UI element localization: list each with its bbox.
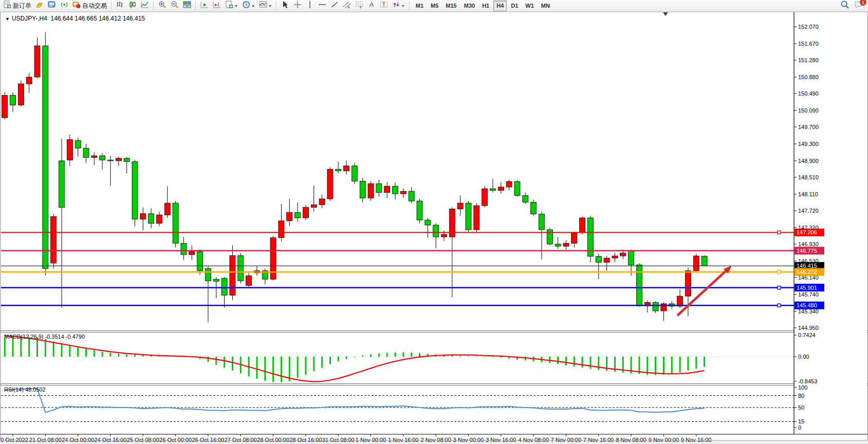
candle-body <box>238 255 244 281</box>
tab-m15[interactable]: M15 <box>442 1 459 11</box>
horizontal-line-icon <box>318 1 326 11</box>
text-label-button[interactable]: T <box>378 1 390 11</box>
chevron-down-icon: ▼ <box>234 4 238 8</box>
toolbar-separator <box>409 1 410 10</box>
line-chart-icon <box>141 1 149 11</box>
macd-bar <box>45 339 46 357</box>
tab-mn[interactable]: MN <box>538 1 553 11</box>
price-tag-label: 147.206 <box>797 229 817 235</box>
macd-bar <box>207 357 209 362</box>
candle-body <box>677 296 683 306</box>
autotrading-button[interactable]: 自动交易 <box>71 1 108 11</box>
macd-bar <box>329 357 331 364</box>
candle-body <box>433 225 439 237</box>
price-tick-label: 145.740 <box>798 291 819 298</box>
level-handle[interactable] <box>778 304 781 307</box>
rsi-tick-label: 50 <box>798 404 804 411</box>
price-tick-label: 148.110 <box>798 191 818 197</box>
candle-body <box>474 206 479 230</box>
macd-bar <box>53 342 54 357</box>
chart-shift-button[interactable] <box>211 1 223 11</box>
macd-bar <box>492 357 494 357</box>
tab-w1[interactable]: W1 <box>522 1 537 11</box>
channel-button[interactable]: E <box>341 1 353 11</box>
zoom-in-button[interactable] <box>157 1 168 11</box>
rsi-tick-label: 0 <box>798 424 801 431</box>
tab-h4[interactable]: H4 <box>493 1 507 11</box>
trendline-button[interactable] <box>329 1 340 11</box>
periods-button[interactable]: ▼ <box>241 1 256 11</box>
autotrading-icon <box>72 1 81 11</box>
text-button[interactable]: A <box>366 1 377 11</box>
candle-body <box>197 252 203 271</box>
tab-h1[interactable]: H1 <box>479 1 492 11</box>
arrows-button[interactable]: ▼ <box>391 1 407 11</box>
candle-body <box>701 256 707 266</box>
auto-scroll-button[interactable] <box>199 1 210 11</box>
candlestick-chart-button[interactable] <box>127 1 138 11</box>
svg-text:T: T <box>382 2 385 8</box>
time-tick-label: 28 Oct 16:00 <box>289 437 322 443</box>
tab-m1[interactable]: M1 <box>413 1 427 11</box>
auto-scroll-icon <box>200 1 209 11</box>
vertical-line-button[interactable] <box>304 1 316 11</box>
mt4-window: 新订单 自动交易 ▼ ▼ ▼ E F A T ▼ M1 <box>0 0 868 444</box>
horizontal-line-button[interactable] <box>317 1 328 11</box>
zoom-out-button[interactable] <box>169 1 180 11</box>
candle-body <box>620 253 626 256</box>
candle-body <box>34 46 40 77</box>
candle-body <box>43 46 48 269</box>
macd-bar <box>20 337 22 357</box>
macd-bar <box>419 353 420 357</box>
time-tick-label: 9 Nov 16:00 <box>681 437 711 443</box>
macd-bar <box>85 348 87 357</box>
candle-body <box>604 258 610 262</box>
candle-body <box>149 214 154 224</box>
tab-m5[interactable]: M5 <box>428 1 441 11</box>
chevron-down-icon: ▼ <box>251 4 255 8</box>
indicators-button[interactable]: ▼ <box>257 1 273 11</box>
crosshair-button[interactable] <box>292 1 303 11</box>
new-chart-button[interactable]: ▼ <box>224 1 239 11</box>
level-handle[interactable] <box>778 231 781 234</box>
candle-body <box>629 251 634 265</box>
macd-bar <box>142 355 144 357</box>
candle-body <box>612 256 618 258</box>
notifications-button[interactable]: 1 <box>852 1 864 11</box>
market-watch-button[interactable] <box>34 1 45 11</box>
candle-body <box>490 189 496 190</box>
search-button[interactable] <box>839 1 851 11</box>
macd-bar <box>378 354 380 357</box>
macd-bar <box>704 357 705 367</box>
candle-body <box>360 181 365 198</box>
tab-d1[interactable]: D1 <box>508 1 521 11</box>
macd-bar <box>305 357 306 375</box>
candle-body <box>393 186 398 194</box>
macd-tick-label: 0.00 <box>798 354 809 360</box>
line-chart-button[interactable] <box>139 1 151 11</box>
fibonacci-button[interactable]: F <box>354 1 365 11</box>
level-handle[interactable] <box>778 270 781 273</box>
clock-icon <box>242 1 250 11</box>
chart-canvas[interactable]: 152.070151.670151.280150.880150.490150.0… <box>0 12 868 444</box>
cursor-button[interactable] <box>280 1 291 11</box>
level-handle[interactable] <box>778 286 781 289</box>
new-order-button[interactable]: 新订单 <box>2 1 33 11</box>
bar-chart-button[interactable] <box>115 1 126 11</box>
macd-bar <box>598 357 599 370</box>
time-tick-label: 1 Nov 00:00 <box>356 437 386 443</box>
macd-bar <box>468 356 469 357</box>
signals-button[interactable] <box>59 1 70 11</box>
candle-body <box>221 279 227 295</box>
zoom-in-icon <box>158 1 167 11</box>
terminal-button[interactable] <box>46 1 58 11</box>
candle-body <box>311 205 317 207</box>
macd-bar <box>459 356 461 357</box>
macd-bar <box>232 357 233 371</box>
candle-body <box>287 212 292 220</box>
tab-m30[interactable]: M30 <box>461 1 478 11</box>
candle-body <box>417 201 422 220</box>
tile-windows-button[interactable] <box>181 1 193 11</box>
macd-bar <box>321 357 323 367</box>
candle-body <box>230 255 235 295</box>
